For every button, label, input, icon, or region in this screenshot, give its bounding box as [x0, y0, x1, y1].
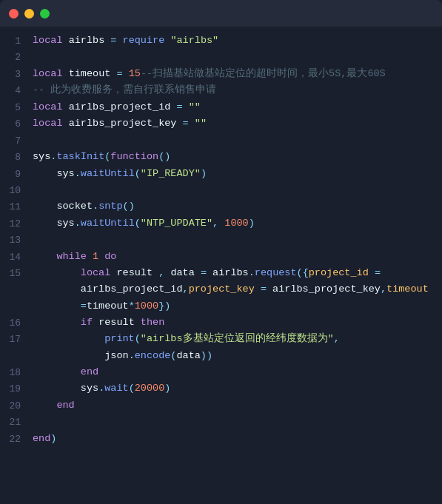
line-4: 4 -- 此为收费服务，需自行联系销售申请 [0, 82, 442, 98]
line-3: 3 local timeout = 15--扫描基站做基站定位的超时时间，最小5… [0, 66, 442, 82]
line-19: 19 sys.wait(20000) [0, 380, 442, 397]
line-15: 15 local result , data = airlbs.request(… [0, 265, 442, 315]
line-14: 14 while 1 do [0, 249, 442, 265]
close-button[interactable] [9, 9, 19, 19]
line-13: 13 [0, 232, 442, 248]
line-17: 17 print("airlbs多基站定位返回的经纬度数据为", json.en… [0, 331, 442, 364]
line-21: 21 [0, 414, 442, 430]
code-editor[interactable]: 1 local airlbs = require "airlbs" 2 3 lo… [0, 27, 442, 453]
editor-window: 1 local airlbs = require "airlbs" 2 3 lo… [0, 0, 442, 504]
line-18: 18 end [0, 364, 442, 380]
line-11: 11 socket.sntp() [0, 198, 442, 215]
line-10: 10 [0, 182, 442, 198]
line-6: 6 local airlbs_project_key = "" [0, 115, 442, 132]
line-2: 2 [0, 49, 442, 65]
maximize-button[interactable] [40, 9, 50, 19]
line-12: 12 sys.waitUntil("NTP_UPDATE", 1000) [0, 215, 442, 232]
line-9: 9 sys.waitUntil("IP_READY") [0, 166, 442, 182]
line-20: 20 end [0, 397, 442, 414]
line-8: 8 sys.taskInit(function() [0, 149, 442, 165]
minimize-button[interactable] [24, 9, 34, 19]
line-1: 1 local airlbs = require "airlbs" [0, 33, 442, 49]
line-7: 7 [0, 132, 442, 149]
line-22: 22 end) [0, 431, 442, 447]
line-5: 5 local airlbs_project_id = "" [0, 99, 442, 115]
line-16: 16 if result then [0, 315, 442, 331]
title-bar [0, 0, 442, 27]
